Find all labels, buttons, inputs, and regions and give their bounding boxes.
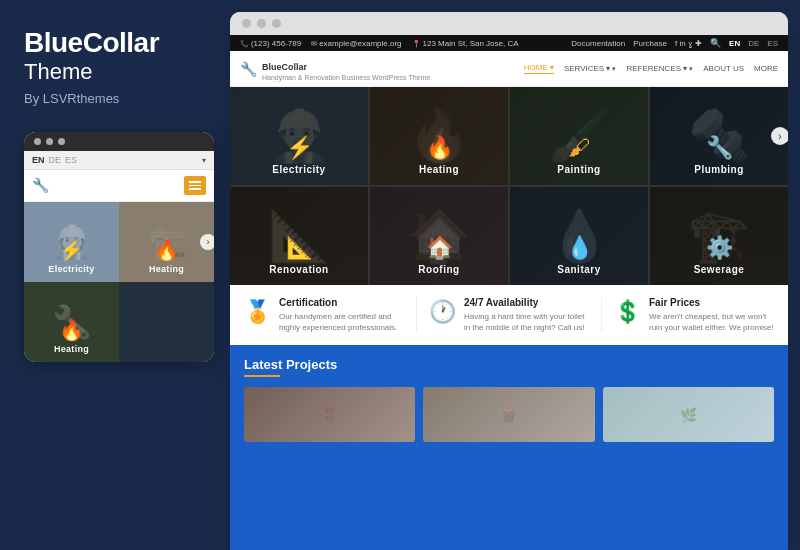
mobile-lang-bar[interactable]: EN DE ES ▾ — [24, 151, 214, 170]
mobile-lang-en[interactable]: EN — [32, 155, 45, 165]
nav-brand-name: BlueCollar — [262, 62, 307, 72]
feature-certification: 🏅 Certification Our handymen are certifi… — [244, 297, 417, 333]
hero-cell-electricity[interactable]: 👷 ⚡ Electricity — [230, 87, 368, 185]
project-thumb-1[interactable]: 🚪 — [244, 387, 415, 442]
fairprices-title: Fair Prices — [649, 297, 774, 308]
topbar-lang-en[interactable]: EN — [729, 39, 740, 48]
heating-label: Heating — [149, 264, 184, 274]
hero-cell-renovation[interactable]: 📐 📐 Renovation — [230, 187, 368, 285]
hero-renovation-icon: 📐 — [286, 235, 313, 261]
titlebar-dot-1 — [242, 19, 251, 28]
nav-item-home[interactable]: HOME ▾ — [524, 63, 554, 74]
brand-title: BlueCollar — [24, 28, 206, 59]
hero-cell-painting[interactable]: 🖌️ 🖌 Painting — [510, 87, 648, 185]
left-panel: BlueCollar Theme By LSVRthemes EN DE ES … — [0, 0, 230, 550]
hero-heating-icon: 🔥 — [426, 135, 453, 161]
projects-grid: 🚪 🪵 🌿 — [244, 387, 774, 442]
topbar-location: 123 Main St, San Jose, CA — [412, 39, 519, 48]
electricity-icon: ⚡ — [59, 238, 84, 262]
nav-brand: 🔧 BlueCollar Handyman & Renovation Busin… — [240, 56, 430, 81]
mobile-mockup: EN DE ES ▾ 🔧 👷 ⚡ Electricity — [24, 132, 214, 362]
hero-cell-sewerage[interactable]: 🏗️ ⚙️ Sewerage — [650, 187, 788, 285]
availability-title: 24/7 Availability — [464, 297, 589, 308]
fire2-icon: 🔥 — [59, 318, 84, 342]
desktop-nav: 🔧 BlueCollar Handyman & Renovation Busin… — [230, 51, 788, 87]
projects-underline — [244, 375, 280, 377]
mobile-dot-1 — [34, 138, 41, 145]
heating2-label: Heating — [54, 344, 89, 354]
mobile-service-electricity[interactable]: 👷 ⚡ Electricity — [24, 202, 119, 282]
availability-desc: Having a hard time with your toilet in t… — [464, 311, 589, 333]
brand-subtitle: Theme — [24, 59, 206, 85]
hero-painting-icon: 🖌 — [568, 135, 590, 161]
topbar-right: Documentation Purchase f in ɣ ✚ 🔍 EN DE … — [571, 38, 778, 48]
nav-item-services[interactable]: SERVICES ▾ — [564, 64, 617, 73]
hero-plumbing-icon: 🔧 — [706, 135, 733, 161]
desktop-titlebar — [230, 12, 788, 35]
nav-item-more[interactable]: MORE — [754, 64, 778, 73]
hero-cell-roofing[interactable]: 🏠 🏠 Roofing — [370, 187, 508, 285]
availability-icon: 🕐 — [429, 299, 456, 325]
nav-item-aboutus[interactable]: ABOUT US — [703, 64, 744, 73]
mobile-dot-3 — [58, 138, 65, 145]
brand-by: By LSVRthemes — [24, 91, 206, 106]
hero-roofing-label: Roofing — [418, 264, 459, 275]
mobile-nav-icon: 🔧 — [32, 177, 49, 193]
electricity-label: Electricity — [48, 264, 94, 274]
hero-renovation-label: Renovation — [269, 264, 328, 275]
mobile-dot-2 — [46, 138, 53, 145]
mobile-lang-dropdown-icon[interactable]: ▾ — [202, 156, 206, 165]
hero-cell-plumbing[interactable]: 🔩 🔧 Plumbing › — [650, 87, 788, 185]
desktop-topbar: (123) 456-789 example@example.org 123 Ma… — [230, 35, 788, 51]
mobile-service-grid: 👷 ⚡ Electricity 🏗️ 🔥 Heating › 🔧 🔥 Heati… — [24, 202, 214, 362]
desktop-mockup: (123) 456-789 example@example.org 123 Ma… — [230, 12, 788, 550]
hero-electricity-icon: ⚡ — [286, 135, 313, 161]
topbar-documentation-link[interactable]: Documentation — [571, 39, 625, 48]
mobile-slide-arrow[interactable]: › — [200, 234, 214, 250]
mobile-service-placeholder1: 🔧 🔥 Heating — [24, 282, 119, 362]
hero-sewerage-icon: ⚙️ — [706, 235, 733, 261]
mobile-nav: 🔧 — [24, 170, 214, 202]
topbar-phone: (123) 456-789 — [240, 39, 301, 48]
heating-icon: 🔥 — [154, 238, 179, 262]
certification-desc: Our handymen are certified and highly ex… — [279, 311, 404, 333]
project-thumb-3[interactable]: 🌿 — [603, 387, 774, 442]
project-thumb-2[interactable]: 🪵 — [423, 387, 594, 442]
features-bar: 🏅 Certification Our handymen are certifi… — [230, 285, 788, 345]
hero-electricity-label: Electricity — [272, 164, 325, 175]
mobile-service-heating[interactable]: 🏗️ 🔥 Heating › — [119, 202, 214, 282]
mobile-hamburger-button[interactable] — [184, 176, 206, 195]
mobile-service-placeholder2 — [119, 282, 214, 362]
hero-sanitary-label: Sanitary — [557, 264, 600, 275]
hero-heating-label: Heating — [419, 164, 459, 175]
certification-icon: 🏅 — [244, 299, 271, 325]
hero-painting-label: Painting — [557, 164, 600, 175]
nav-brand-tagline: Handyman & Renovation Business WordPress… — [262, 74, 430, 81]
titlebar-dot-2 — [257, 19, 266, 28]
projects-title: Latest Projects — [244, 357, 774, 372]
titlebar-dot-3 — [272, 19, 281, 28]
hero-slide-arrow[interactable]: › — [771, 127, 788, 145]
hero-sanitary-icon: 💧 — [566, 235, 593, 261]
feature-fairprices: 💲 Fair Prices We aren't cheapest, but we… — [614, 297, 774, 333]
hero-roofing-icon: 🏠 — [426, 235, 453, 261]
certification-title: Certification — [279, 297, 404, 308]
topbar-email: example@example.org — [311, 39, 401, 48]
hero-plumbing-label: Plumbing — [694, 164, 744, 175]
mobile-nav-logo: 🔧 — [32, 177, 49, 193]
hero-cell-sanitary[interactable]: 💧 💧 Sanitary — [510, 187, 648, 285]
desktop-body: (123) 456-789 example@example.org 123 Ma… — [230, 35, 788, 550]
mobile-titlebar — [24, 132, 214, 151]
nav-item-references[interactable]: REFERENCES ▾ — [626, 64, 693, 73]
fairprices-desc: We aren't cheapest, but we won't ruin yo… — [649, 311, 774, 333]
hero-cell-heating[interactable]: 🔥 🔥 Heating — [370, 87, 508, 185]
nav-brand-icon: 🔧 — [240, 61, 257, 77]
feature-availability: 🕐 24/7 Availability Having a hard time w… — [429, 297, 602, 333]
hero-sewerage-label: Sewerage — [694, 264, 745, 275]
fairprices-icon: 💲 — [614, 299, 641, 325]
topbar-purchase-link[interactable]: Purchase — [633, 39, 667, 48]
hero-grid: 👷 ⚡ Electricity 🔥 🔥 Heating 🖌️ 🖌 Paintin… — [230, 87, 788, 285]
nav-menu: HOME ▾ SERVICES ▾ REFERENCES ▾ ABOUT US … — [524, 63, 778, 74]
projects-section: Latest Projects 🚪 🪵 🌿 — [230, 345, 788, 550]
